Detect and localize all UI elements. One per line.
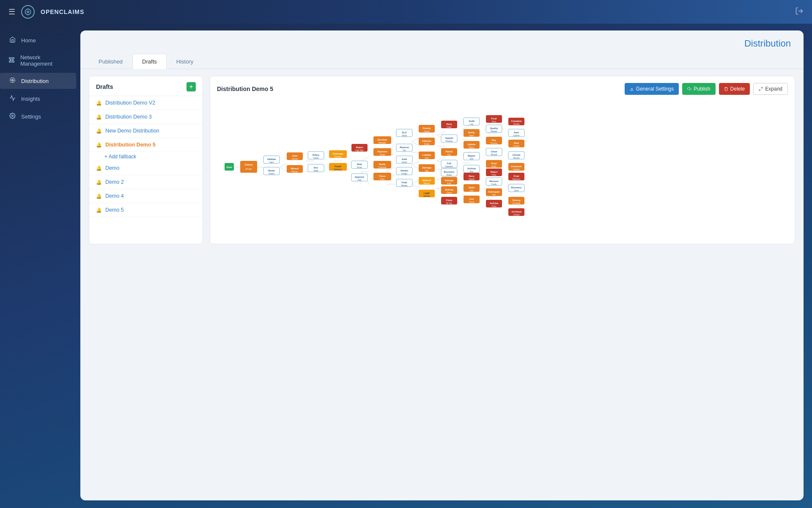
draft-item-demo-3[interactable]: 🔔 Distribution Demo 3 bbox=[89, 110, 203, 124]
svg-text:Check: Check bbox=[469, 201, 475, 203]
add-fallback-link[interactable]: + Add fallback bbox=[89, 152, 203, 161]
svg-text:Close: Close bbox=[491, 205, 497, 207]
svg-rect-5 bbox=[9, 58, 11, 59]
sidebar-item-home[interactable]: Home bbox=[0, 32, 76, 48]
publish-button[interactable]: Publish bbox=[682, 83, 715, 95]
tab-published[interactable]: Published bbox=[89, 54, 132, 69]
topbar: ☰ OPENCLAIMS bbox=[0, 0, 812, 24]
main-layout: Home Network Management Distribution Ins… bbox=[0, 24, 812, 508]
svg-text:Update: Update bbox=[468, 143, 476, 146]
svg-text:Check: Check bbox=[447, 192, 453, 194]
svg-text:Eval: Eval bbox=[447, 182, 451, 185]
svg-text:Final: Final bbox=[402, 181, 407, 184]
svg-text:Route: Route bbox=[380, 154, 385, 156]
svg-text:Closed: Closed bbox=[513, 214, 520, 216]
delete-button[interactable]: Delete bbox=[719, 83, 750, 95]
svg-text:Deny: Deny bbox=[469, 175, 475, 177]
sidebar-item-network[interactable]: Network Management bbox=[0, 50, 76, 71]
svg-text:Check: Check bbox=[402, 135, 408, 137]
svg-text:Lien: Lien bbox=[469, 198, 474, 200]
svg-rect-84 bbox=[240, 161, 257, 173]
svg-text:Eval: Eval bbox=[425, 157, 429, 159]
bell-icon-2: 🔔 bbox=[96, 114, 102, 120]
bell-icon-6: 🔔 bbox=[96, 179, 102, 185]
flow-svg: Start Claims Router Validate Input Route bbox=[217, 102, 564, 237]
tab-history[interactable]: History bbox=[167, 54, 203, 69]
sidebar-label-insights: Insights bbox=[21, 96, 40, 102]
svg-text:Report: Report bbox=[468, 155, 475, 157]
add-draft-button[interactable]: + bbox=[187, 82, 196, 91]
expand-button[interactable]: Expand bbox=[753, 83, 788, 95]
svg-text:Deny: Deny bbox=[492, 121, 497, 123]
draft-item-demo-4[interactable]: 🔔 Demo 4 bbox=[89, 189, 203, 203]
draft-item-new-demo[interactable]: 🔔 New Demo Distribution bbox=[89, 124, 203, 138]
sidebar-label-network: Network Management bbox=[20, 54, 68, 67]
svg-text:Settle: Settle bbox=[469, 186, 475, 189]
svg-text:High Risk: High Risk bbox=[355, 149, 364, 152]
svg-text:Priority: Priority bbox=[422, 127, 431, 130]
svg-rect-7 bbox=[9, 61, 11, 62]
svg-text:Agent: Agent bbox=[469, 135, 475, 137]
tab-drafts[interactable]: Drafts bbox=[132, 54, 167, 69]
svg-text:Fraud: Fraud bbox=[335, 165, 341, 168]
svg-text:Claims: Claims bbox=[269, 173, 275, 175]
page-title: Distribution bbox=[744, 38, 791, 49]
svg-text:Route: Route bbox=[268, 169, 275, 172]
svg-text:Salvage: Salvage bbox=[445, 179, 454, 182]
svg-point-1 bbox=[27, 11, 29, 13]
draft-label-new-demo: New Demo Distribution bbox=[105, 128, 159, 134]
bell-icon-7: 🔔 bbox=[96, 193, 102, 199]
svg-text:Check: Check bbox=[313, 157, 319, 159]
hamburger-icon[interactable]: ☰ bbox=[8, 7, 15, 17]
tabs-bar: Published Drafts History bbox=[80, 53, 804, 69]
svg-text:Payment: Payment bbox=[445, 166, 453, 168]
general-settings-button[interactable]: General Settings bbox=[625, 83, 679, 95]
svg-text:Subrogate: Subrogate bbox=[488, 190, 499, 193]
svg-text:Deny: Deny bbox=[446, 123, 452, 125]
sidebar-item-distribution[interactable]: Distribution bbox=[0, 73, 76, 89]
draft-item-demo[interactable]: 🔔 Demo bbox=[89, 161, 203, 175]
svg-text:Paid: Paid bbox=[514, 142, 519, 144]
page-title-bar: Distribution bbox=[80, 30, 804, 53]
sidebar-item-settings[interactable]: Settings bbox=[0, 108, 76, 124]
svg-text:Reject: Reject bbox=[491, 171, 498, 173]
bell-icon-3: 🔔 bbox=[96, 128, 102, 134]
draft-label-demo: Demo bbox=[105, 165, 119, 171]
svg-text:Verify: Verify bbox=[313, 170, 318, 172]
canvas-header: Distribution Demo 5 General Settings Pub… bbox=[217, 83, 788, 95]
svg-text:Route: Route bbox=[447, 174, 452, 176]
svg-text:Risk: Risk bbox=[357, 163, 362, 166]
inner-layout: Drafts + 🔔 Distribution Demo V2 🔔 Distri… bbox=[80, 69, 804, 251]
svg-text:Customer: Customer bbox=[378, 166, 387, 168]
svg-text:Validate: Validate bbox=[267, 158, 276, 160]
canvas-actions: General Settings Publish Delete bbox=[625, 83, 788, 95]
svg-text:Reserve: Reserve bbox=[400, 146, 409, 149]
draft-item-demo-v2[interactable]: 🔔 Distribution Demo V2 bbox=[89, 96, 203, 110]
svg-text:Analysis: Analysis bbox=[335, 156, 342, 158]
svg-point-0 bbox=[25, 9, 31, 15]
svg-text:Done: Done bbox=[514, 190, 519, 192]
svg-line-41 bbox=[411, 184, 420, 188]
draft-label-demo-5b: Demo 5 bbox=[105, 207, 124, 213]
svg-text:Manual: Manual bbox=[291, 167, 299, 170]
logout-icon[interactable] bbox=[795, 7, 804, 17]
svg-text:Approve: Approve bbox=[355, 176, 364, 178]
sidebar-item-insights[interactable]: Insights bbox=[0, 91, 76, 107]
svg-text:Router: Router bbox=[245, 168, 252, 170]
svg-point-13 bbox=[10, 78, 14, 83]
draft-item-demo-2[interactable]: 🔔 Demo 2 bbox=[89, 175, 203, 189]
draft-item-demo-5-active[interactable]: 🔔 Distribution Demo 5 bbox=[89, 138, 203, 152]
svg-text:Medical: Medical bbox=[422, 179, 431, 182]
svg-text:Final: Final bbox=[492, 174, 496, 176]
draft-item-demo-5b[interactable]: 🔔 Demo 5 bbox=[89, 203, 203, 217]
svg-text:Subrog: Subrog bbox=[445, 188, 453, 191]
svg-text:Claim: Claim bbox=[447, 126, 452, 128]
content-area: Distribution Published Drafts History Dr… bbox=[76, 24, 812, 508]
svg-text:Closed: Closed bbox=[513, 154, 520, 156]
svg-text:Process: Process bbox=[491, 142, 498, 144]
svg-text:Doc: Doc bbox=[470, 171, 474, 173]
svg-text:Pay: Pay bbox=[447, 154, 451, 156]
svg-text:Close: Close bbox=[379, 175, 386, 177]
svg-text:Close: Close bbox=[491, 150, 497, 153]
svg-text:Denied: Denied bbox=[513, 123, 520, 125]
